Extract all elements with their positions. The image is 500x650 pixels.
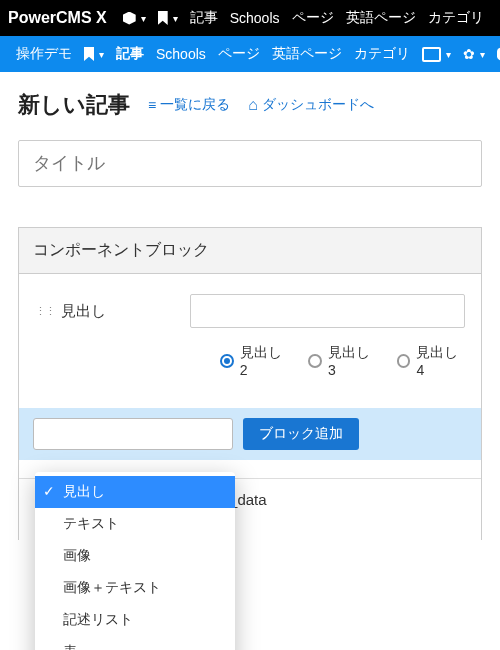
bluenav-item[interactable]: カテゴリ (354, 45, 410, 63)
row-label: ⋮⋮見出し (35, 302, 190, 321)
topnav-item[interactable]: 英語ページ (346, 9, 416, 27)
heading-text-input[interactable] (190, 294, 465, 328)
panel-body: ⋮⋮見出し 見出し2 見出し3 見出し4 ブロック追加 "Heading","t… (19, 274, 481, 540)
title-input[interactable] (18, 140, 482, 187)
heading-level-radios: 見出し2 見出し3 見出し4 (220, 344, 465, 378)
dashboard-link[interactable]: ダッシュボードへ (248, 96, 374, 114)
cube-icon[interactable] (123, 12, 146, 25)
action-strip: ブロック追加 (19, 408, 481, 460)
screen-icon[interactable] (422, 47, 451, 62)
brand[interactable]: PowerCMS X (8, 9, 107, 27)
topnav-item[interactable]: ページ (292, 9, 334, 27)
back-to-list-link[interactable]: 一覧に戻る (148, 96, 230, 114)
workspace-nav: 操作デモ 記事 Schools ページ 英語ページ カテゴリ (0, 36, 500, 72)
drag-handle-icon[interactable]: ⋮⋮ (35, 306, 55, 317)
panel-heading: コンポーネントブロック (19, 228, 481, 274)
bluenav-item[interactable]: ページ (218, 45, 260, 63)
add-block-button[interactable]: ブロック追加 (243, 418, 359, 450)
dropdown-option[interactable]: 表 (35, 636, 235, 650)
radio-h3[interactable]: 見出し3 (308, 344, 376, 378)
page-header: 新しい記事 一覧に戻る ダッシュボードへ (18, 90, 482, 120)
dropdown-option[interactable]: 記述リスト (35, 604, 235, 636)
top-nav: PowerCMS X 記事 Schools ページ 英語ページ カテゴリ (0, 0, 500, 36)
dropdown-option[interactable]: テキスト (35, 508, 235, 540)
list-icon (148, 97, 156, 113)
topnav-item[interactable]: Schools (230, 10, 280, 26)
radio-h2[interactable]: 見出し2 (220, 344, 288, 378)
bluenav-item[interactable]: 英語ページ (272, 45, 342, 63)
block-type-select[interactable] (33, 418, 233, 450)
topnav-item[interactable]: カテゴリ (428, 9, 484, 27)
dropdown-option[interactable]: 画像＋テキスト (35, 572, 235, 604)
bookmark-icon[interactable] (84, 47, 104, 61)
bluenav-item[interactable]: 記事 (116, 45, 144, 63)
block-row: ⋮⋮見出し (35, 294, 465, 328)
block-type-dropdown: 見出し テキスト 画像 画像＋テキスト 記述リスト 表 マルチブロック (35, 472, 235, 650)
radio-dot-icon (397, 354, 411, 368)
workspace-name[interactable]: 操作デモ (16, 45, 72, 63)
bluenav-item[interactable]: Schools (156, 46, 206, 62)
component-panel: コンポーネントブロック ⋮⋮見出し 見出し2 見出し3 見出し4 ブロック追加 … (18, 227, 482, 540)
home-icon (248, 96, 258, 114)
dropdown-option[interactable]: 画像 (35, 540, 235, 572)
topnav-item[interactable]: 記事 (190, 9, 218, 27)
page-title: 新しい記事 (18, 90, 130, 120)
bookmark-icon[interactable] (158, 11, 178, 25)
radio-dot-icon (220, 354, 234, 368)
page-body: 新しい記事 一覧に戻る ダッシュボードへ コンポーネントブロック ⋮⋮見出し 見… (0, 72, 500, 540)
radio-h4[interactable]: 見出し4 (397, 344, 465, 378)
radio-dot-icon (308, 354, 322, 368)
gear-icon[interactable] (463, 46, 485, 62)
dropdown-option[interactable]: 見出し (35, 476, 235, 508)
